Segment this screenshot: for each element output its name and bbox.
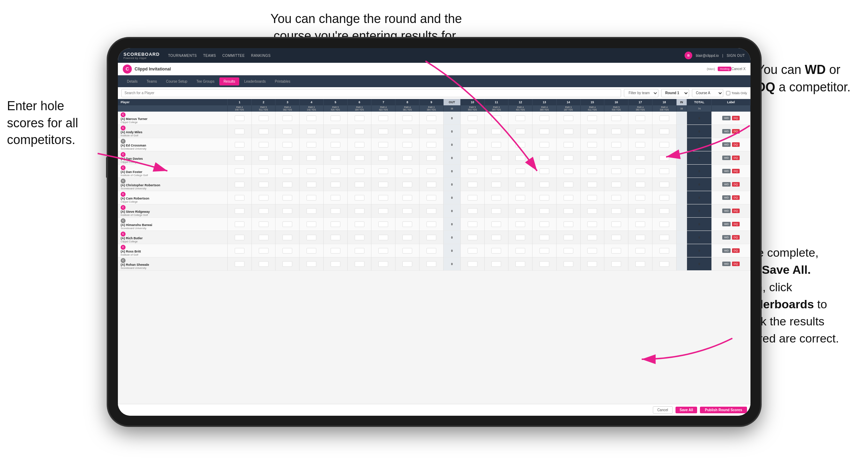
hole-input-1[interactable]: [259, 115, 269, 121]
totals-only-checkbox[interactable]: [726, 91, 730, 95]
dq-button[interactable]: DQ: [732, 182, 740, 187]
hole-input-2[interactable]: [282, 261, 292, 267]
hole-input-1[interactable]: [259, 195, 269, 201]
hole-back-input-2[interactable]: [515, 182, 525, 187]
hole-input-8[interactable]: [427, 221, 436, 227]
hole-back-input-7[interactable]: [635, 248, 645, 254]
hole-input-7[interactable]: [402, 248, 412, 254]
hole-back-input-0[interactable]: [468, 261, 477, 267]
hole-back-input-4[interactable]: [564, 115, 573, 121]
hole-input-8[interactable]: [427, 248, 436, 254]
hole-back-input-8[interactable]: [659, 195, 669, 201]
hole-input-6[interactable]: [378, 129, 388, 134]
hole-input-7[interactable]: [402, 182, 412, 187]
hole-back-input-0[interactable]: [468, 182, 477, 187]
hole-back-input-0[interactable]: [468, 208, 477, 214]
hole-back-input-8[interactable]: [659, 168, 669, 174]
footer-save-button[interactable]: Save All: [675, 407, 697, 413]
sign-out-link[interactable]: Sign out: [727, 54, 745, 58]
hole-input-7[interactable]: [402, 168, 412, 174]
tab-printables[interactable]: Printables: [271, 77, 294, 85]
dq-button[interactable]: DQ: [732, 142, 740, 147]
hole-back-input-0[interactable]: [468, 248, 477, 254]
hole-input-3[interactable]: [307, 248, 316, 254]
hole-back-input-7[interactable]: [635, 168, 645, 174]
hole-back-input-5[interactable]: [587, 115, 597, 121]
hole-input-7[interactable]: [402, 115, 412, 121]
hole-input-7[interactable]: [402, 129, 412, 134]
hole-input-5[interactable]: [355, 248, 364, 254]
hole-input-4[interactable]: [331, 142, 340, 148]
hole-input-6[interactable]: [378, 168, 388, 174]
wd-button[interactable]: WD: [722, 195, 730, 200]
hole-back-input-5[interactable]: [587, 248, 597, 254]
hole-back-input-3[interactable]: [539, 115, 549, 121]
hole-back-input-7[interactable]: [635, 182, 645, 187]
hole-input-2[interactable]: [282, 142, 292, 148]
nav-rankings[interactable]: RANKINGS: [251, 54, 271, 58]
dq-button[interactable]: DQ: [732, 116, 740, 120]
hole-back-input-1[interactable]: [491, 235, 501, 240]
filter-team-select[interactable]: Filter by team: [624, 89, 658, 97]
hole-back-input-7[interactable]: [635, 129, 645, 134]
wd-button[interactable]: WD: [722, 116, 730, 120]
wd-button[interactable]: WD: [722, 262, 730, 266]
hole-back-input-6[interactable]: [611, 129, 621, 134]
wd-button[interactable]: WD: [722, 129, 730, 134]
hole-input-5[interactable]: [355, 155, 364, 161]
wd-button[interactable]: WD: [722, 248, 730, 253]
hole-input-2[interactable]: [282, 221, 292, 227]
hole-back-input-2[interactable]: [515, 142, 525, 148]
wd-button[interactable]: WD: [722, 142, 730, 147]
hole-input-2[interactable]: [282, 235, 292, 240]
hole-input-8[interactable]: [427, 235, 436, 240]
hole-back-input-6[interactable]: [611, 195, 621, 201]
hole-back-input-2[interactable]: [515, 235, 525, 240]
hole-back-input-6[interactable]: [611, 261, 621, 267]
hole-back-input-5[interactable]: [587, 168, 597, 174]
hole-back-input-7[interactable]: [635, 115, 645, 121]
hole-back-input-5[interactable]: [587, 235, 597, 240]
hole-input-1[interactable]: [259, 248, 269, 254]
tab-teams[interactable]: Teams: [143, 77, 161, 85]
hole-input-6[interactable]: [378, 115, 388, 121]
wd-button[interactable]: WD: [722, 209, 730, 213]
hole-input-7[interactable]: [402, 195, 412, 201]
hole-input-0[interactable]: [235, 168, 244, 174]
hole-back-input-0[interactable]: [468, 142, 477, 148]
hole-back-input-8[interactable]: [659, 155, 669, 161]
hole-back-input-7[interactable]: [635, 208, 645, 214]
dq-button[interactable]: DQ: [732, 222, 740, 226]
hole-back-input-7[interactable]: [635, 155, 645, 161]
tab-course-setup[interactable]: Course Setup: [162, 77, 191, 85]
hole-back-input-4[interactable]: [564, 208, 573, 214]
hole-back-input-4[interactable]: [564, 235, 573, 240]
hole-input-4[interactable]: [331, 168, 340, 174]
hole-input-6[interactable]: [378, 208, 388, 214]
hole-back-input-2[interactable]: [515, 221, 525, 227]
hole-input-8[interactable]: [427, 182, 436, 187]
hole-back-input-7[interactable]: [635, 221, 645, 227]
hole-input-8[interactable]: [427, 115, 436, 121]
tab-results[interactable]: Results: [219, 77, 239, 85]
hole-back-input-2[interactable]: [515, 208, 525, 214]
hole-input-6[interactable]: [378, 235, 388, 240]
hole-input-4[interactable]: [331, 155, 340, 161]
tab-tee-groups[interactable]: Tee Groups: [192, 77, 219, 85]
hole-input-7[interactable]: [402, 221, 412, 227]
hole-input-5[interactable]: [355, 261, 364, 267]
hole-back-input-5[interactable]: [587, 182, 597, 187]
hole-back-input-1[interactable]: [491, 248, 501, 254]
hole-input-6[interactable]: [378, 155, 388, 161]
hole-input-7[interactable]: [402, 235, 412, 240]
hole-input-8[interactable]: [427, 142, 436, 148]
hole-back-input-4[interactable]: [564, 261, 573, 267]
hole-input-0[interactable]: [235, 182, 244, 187]
hole-back-input-1[interactable]: [491, 221, 501, 227]
hole-input-5[interactable]: [355, 115, 364, 121]
footer-publish-button[interactable]: Publish Round Scores: [700, 407, 747, 413]
hole-back-input-0[interactable]: [468, 115, 477, 121]
hole-back-input-7[interactable]: [635, 142, 645, 148]
hole-back-input-2[interactable]: [515, 129, 525, 134]
hole-input-1[interactable]: [259, 168, 269, 174]
